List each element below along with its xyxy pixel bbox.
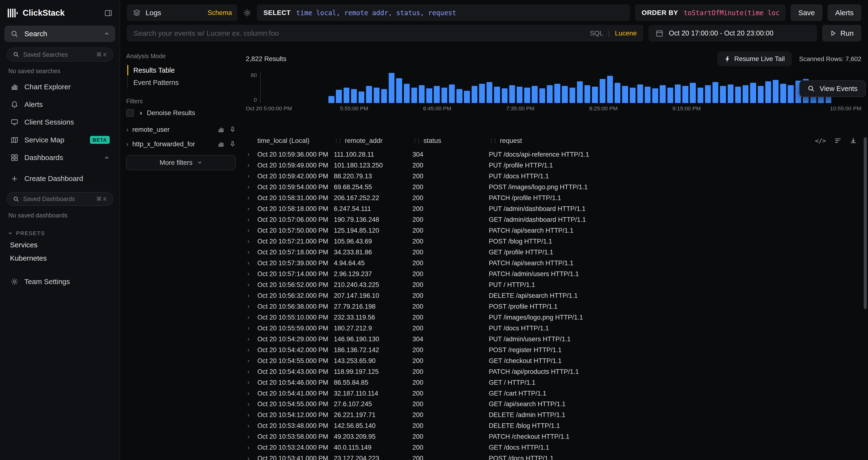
table-row[interactable]: › Oct 20 10:58:31.000 PM 206.167.252.22 … [246, 192, 861, 203]
source-select[interactable]: Logs Schema [127, 4, 238, 21]
chart-bar[interactable] [479, 84, 485, 103]
filter-group-http-x-forwarded-for[interactable]: › http_x_forwarded_for [126, 137, 236, 151]
chart-bar[interactable] [404, 84, 410, 103]
lucene-toggle[interactable]: Lucene [615, 29, 637, 37]
chart-bar[interactable] [366, 86, 372, 103]
select-clause-input[interactable]: SELECT time_local, remote_addr, status, … [257, 4, 630, 21]
schema-badge[interactable]: Schema [208, 9, 232, 17]
source-settings-gear-icon[interactable] [243, 9, 252, 17]
chart-bar[interactable] [705, 85, 711, 103]
drag-handle-icon[interactable]: ⋮⋮ [334, 138, 341, 144]
event-search-bar[interactable]: SQL | Lucene [127, 25, 644, 41]
column-header-request[interactable]: ⋮⋮ request [489, 137, 815, 145]
table-row[interactable]: › Oct 20 10:57:21.000 PM 105.96.43.69 20… [246, 236, 861, 247]
table-row[interactable]: › Oct 20 10:56:38.000 PM 27.79.216.198 2… [246, 301, 861, 312]
table-row[interactable]: › Oct 20 10:54:55.000 PM 143.253.65.90 2… [246, 355, 861, 366]
table-row[interactable]: › Oct 20 10:59:54.000 PM 69.68.254.55 20… [246, 181, 861, 192]
row-expand-chevron[interactable]: › [246, 292, 257, 299]
chart-bar[interactable] [630, 88, 636, 103]
more-filters-button[interactable]: More filters [126, 155, 236, 170]
row-expand-chevron[interactable]: › [246, 357, 257, 364]
sidebar-item-search[interactable]: Search [4, 26, 115, 42]
chart-bar[interactable] [509, 85, 515, 103]
row-expand-chevron[interactable]: › [246, 183, 257, 191]
sidebar-item-client-sessions[interactable]: Client Sessions [4, 114, 115, 130]
table-row[interactable]: › Oct 20 10:54:29.000 PM 146.96.190.130 … [246, 334, 861, 344]
chart-bar[interactable] [765, 81, 771, 103]
mode-event-patterns[interactable]: Event Patterns [128, 77, 236, 89]
chart-bar[interactable] [336, 90, 342, 103]
chart-bar[interactable] [359, 91, 364, 103]
chart-bar[interactable] [449, 84, 455, 103]
chart-bar[interactable] [660, 85, 665, 103]
chart-bar[interactable] [374, 88, 379, 103]
save-button[interactable]: Save [790, 4, 823, 21]
chart-bar[interactable] [788, 85, 794, 103]
denoise-checkbox[interactable] [126, 109, 134, 117]
pin-icon[interactable] [229, 141, 236, 147]
row-expand-chevron[interactable]: › [246, 379, 257, 386]
row-expand-chevron[interactable]: › [246, 303, 257, 310]
row-expand-chevron[interactable]: › [246, 444, 257, 451]
chart-bar[interactable] [381, 89, 387, 103]
code-view-icon[interactable]: </> [815, 137, 826, 144]
table-row[interactable]: › Oct 20 10:54:55.000 PM 27.6.107.245 20… [246, 399, 861, 409]
chart-bar[interactable] [615, 83, 620, 103]
sidebar-item-chart-explorer[interactable]: Chart Explorer [4, 79, 115, 94]
table-row[interactable]: › Oct 20 10:57:18.000 PM 34.233.81.86 20… [246, 247, 861, 258]
table-row[interactable]: › Oct 20 10:53:58.000 PM 49.203.209.95 2… [246, 431, 861, 442]
chart-bar[interactable] [569, 88, 575, 103]
chart-bar[interactable] [780, 84, 786, 103]
row-expand-chevron[interactable]: › [246, 314, 257, 321]
chart-bar[interactable] [743, 85, 748, 103]
chart-bar[interactable] [547, 85, 553, 103]
table-row[interactable]: › Oct 20 10:57:06.000 PM 190.79.136.248 … [246, 214, 861, 225]
row-expand-chevron[interactable]: › [246, 173, 257, 179]
table-row[interactable]: › Oct 20 10:58:18.000 PM 6.247.54.111 20… [246, 203, 861, 214]
denoise-results-row[interactable]: ◑ Denoise Results [126, 109, 236, 117]
filter-group-remote-user[interactable]: › remote_user [126, 122, 236, 137]
table-row[interactable]: › Oct 20 10:55:10.000 PM 232.33.119.56 2… [246, 312, 861, 323]
chart-bar[interactable] [698, 88, 703, 103]
chart-bar[interactable] [728, 84, 734, 103]
row-expand-chevron[interactable]: › [246, 249, 257, 256]
row-expand-chevron[interactable]: › [246, 162, 257, 169]
chart-bar[interactable] [577, 81, 583, 103]
row-expand-chevron[interactable]: › [246, 455, 257, 460]
table-row[interactable]: › Oct 20 10:53:41.000 PM 23.127.204.223 … [246, 453, 861, 460]
view-events-button[interactable]: View Events [799, 80, 866, 97]
order-by-input[interactable]: ORDER BY toStartOfMinute(time_local) D [635, 4, 785, 21]
chart-bar[interactable] [426, 88, 432, 103]
chart-bar[interactable] [652, 88, 658, 103]
row-expand-chevron[interactable]: › [246, 433, 257, 440]
row-expand-chevron[interactable]: › [246, 238, 257, 245]
chart-bar[interactable] [441, 88, 447, 103]
row-expand-chevron[interactable]: › [246, 216, 257, 223]
table-row[interactable]: › Oct 20 10:53:48.000 PM 142.56.85.140 2… [246, 421, 861, 431]
saved-searches-search[interactable]: ⌘ K [7, 48, 113, 61]
chart-bar[interactable] [690, 83, 695, 103]
chart-bar[interactable] [554, 84, 560, 103]
chart-bar[interactable] [472, 86, 477, 103]
chart-bar[interactable] [585, 85, 590, 103]
chart-bar[interactable] [675, 84, 681, 103]
row-expand-chevron[interactable]: › [246, 151, 257, 158]
row-expand-chevron[interactable]: › [246, 422, 257, 429]
chart-bar[interactable] [517, 87, 523, 103]
chart-bar[interactable] [494, 87, 500, 103]
chart-bar[interactable] [607, 76, 613, 103]
chart-bar[interactable] [502, 88, 507, 103]
row-expand-chevron[interactable]: › [246, 325, 257, 332]
row-expand-chevron[interactable]: › [246, 259, 257, 266]
event-search-input[interactable] [133, 29, 584, 37]
sidebar-item-dashboards[interactable]: Dashboards [4, 150, 115, 165]
chart-bar[interactable] [389, 73, 395, 103]
presets-section-header[interactable]: PRESETS [8, 230, 112, 236]
resume-live-tail-button[interactable]: Resume Live Tail [717, 51, 792, 66]
row-expand-chevron[interactable]: › [246, 205, 257, 212]
row-expand-chevron[interactable]: › [246, 270, 257, 277]
time-range-picker[interactable]: Oct 20 17:00:00 - Oct 20 23:00:00 [648, 25, 817, 41]
chart-bar[interactable] [750, 83, 756, 103]
row-expand-chevron[interactable]: › [246, 411, 257, 419]
saved-searches-input[interactable] [23, 51, 92, 58]
